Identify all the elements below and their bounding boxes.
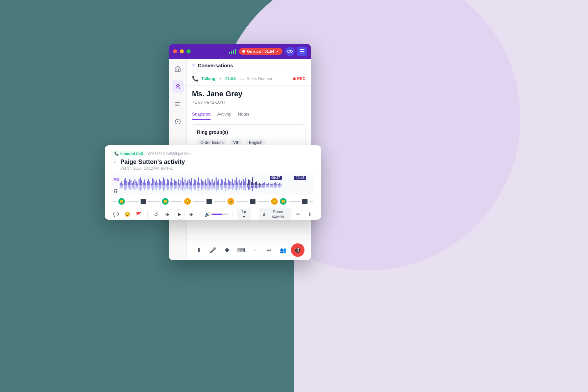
forward-button[interactable]: ↩ [263,244,275,256]
tab-notes[interactable]: Notes [238,109,249,120]
call-timer: 01:54 [265,49,274,53]
mute-button[interactable]: 🎤 [207,244,219,256]
signal-bar-4 [235,49,236,54]
conversations-header: ≡ Conversations [187,59,311,72]
divider-4 [255,211,255,218]
end-call-button[interactable]: 📵 [291,243,304,257]
sidebar-item-reports[interactable] [172,116,184,128]
skip-forward-button[interactable]: ⏭ [188,210,196,219]
activity-date: Oct 17, 2020, 10:12 AM GMT+1 [120,166,185,170]
pause-button[interactable]: ⏸ [193,244,205,256]
sidebar-item-home[interactable] [172,63,184,75]
record-button[interactable]: ⏺ [221,244,233,256]
traffic-light-yellow[interactable] [180,49,184,53]
title-bar: On a call 01:54 ▼ CO [169,44,311,59]
sidebar-item-conversations[interactable] [172,98,184,110]
on-call-badge[interactable]: On a call 01:54 ▼ [239,48,283,55]
divider-1 [147,211,148,218]
timeline-square-3 [250,199,255,204]
menu-line-3 [300,53,304,53]
divider-2 [200,211,200,218]
edit-button[interactable]: ✏ [294,210,303,219]
rec-badge[interactable]: REC [293,76,305,81]
timeline-square-1 [141,199,146,204]
on-call-dot [242,50,245,53]
speed-button[interactable]: 1x ▼ [237,209,251,220]
timeline-dot-5: 😟 [271,198,278,205]
keypad-button[interactable]: ⌨ [235,244,247,256]
timeline-dot-3: 😟 [184,198,191,205]
timeline-dot-4: 😟 [227,198,234,205]
speed-label: 1x [242,210,246,214]
mg-label: MG [114,178,119,181]
signal-bar-2 [231,51,232,54]
timeline-row: 😊 😊 😟 😟 😟 😊 [112,198,314,205]
waveform-container[interactable]: MG 🎧 09:37 10:43 [112,175,314,195]
menu-button[interactable] [297,47,307,56]
tabs: Snapshot Activity Notes [187,109,311,120]
rec-label: REC [297,76,305,81]
timestamp-right: 10:43 [294,176,306,180]
headphone-icon: 🎧 [114,189,118,193]
call-status-bar: 📞 Talking • 01:58 via Sales Number REC [187,72,311,85]
ring-group-title: Ring group(s) [197,129,300,135]
tab-snapshot[interactable]: Snapshot [192,109,211,120]
transfer-button[interactable]: ↔ [249,244,261,256]
phone-icon: 📞 [192,75,199,82]
user-avatar[interactable]: CO [285,47,295,56]
on-call-text: On a call [247,49,263,53]
activity-title: Paige Sutton's activity [120,158,185,166]
emoji-button[interactable]: 😊 [123,210,132,219]
screen-icon: 🖥 [262,212,266,217]
back-button[interactable]: ‹ [112,158,118,165]
play-button[interactable]: ▶ [175,209,185,220]
speed-chevron: ▼ [242,215,246,219]
conversations-icon: ≡ [192,62,195,68]
signal-strength [229,49,236,54]
conversations-title: Conversations [198,63,233,68]
skip-back-button[interactable]: ⏮ [163,210,172,219]
timeline-dot-1: 😊 [118,198,125,205]
contact-phone: +1 877-941-1047 [192,100,305,105]
call-duration: 01:58 [225,76,236,81]
contact-name: Ms. Jane Grey [192,90,305,98]
timeline-dot-2: 😊 [162,198,169,205]
menu-line-1 [300,49,304,50]
timestamp-left: 09:37 [270,176,282,180]
svg-point-0 [176,84,179,87]
talking-info: 📞 Talking • 01:58 via Sales Number [192,75,272,82]
inbound-call-label: 📞 Inbound Call [112,151,146,156]
volume-slider[interactable]: 🔊 [204,212,228,217]
show-screen-label: Show screen [267,210,289,219]
show-screen-button[interactable]: 🖥 Show screen [259,208,291,220]
rec-dot [293,77,296,80]
chevron-down-icon: ▼ [276,50,279,53]
via-text: via Sales Number [240,76,272,81]
playback-controls: 💬 😊 🚩 ↺ ⏮ ▶ ⏭ 🔊 1x ▼ 🖥 Show screen ✏ ⬇ [112,208,314,220]
talking-status: Talking [201,76,215,81]
svg-point-1 [179,84,180,85]
signal-bar-3 [233,50,234,54]
divider-3 [232,211,233,218]
signal-bar-1 [229,52,230,54]
add-participant-button[interactable]: 👥 [277,244,289,256]
download-button[interactable]: ⬇ [305,210,314,219]
traffic-light-red[interactable] [173,49,177,53]
timeline-square-2 [206,199,212,204]
phone-icon-small: 📞 [114,151,119,156]
menu-line-2 [300,51,304,52]
comment-button[interactable]: 💬 [112,210,120,219]
flag-button[interactable]: 🚩 [134,210,143,219]
tab-activity[interactable]: Activity [217,109,231,120]
activity-panel-header: 📞 Inbound Call 006118fd12e526hja310bn [112,151,314,156]
sidebar-item-contacts[interactable] [172,80,184,93]
volume-icon: 🔊 [204,212,210,217]
bottom-controls: ⏸ 🎤 ⏺ ⌨ ↔ ↩ 👥 📵 [187,240,311,260]
contact-info: Ms. Jane Grey +1 877-941-1047 [187,85,311,109]
rewind-button[interactable]: ↺ [152,210,161,219]
timeline-square-4 [302,199,308,204]
activity-panel: 📞 Inbound Call 006118fd12e526hja310bn ‹ … [105,145,321,220]
timeline-dot-6: 😊 [280,198,287,205]
slider-track[interactable] [212,214,228,215]
traffic-light-green[interactable] [187,49,191,53]
